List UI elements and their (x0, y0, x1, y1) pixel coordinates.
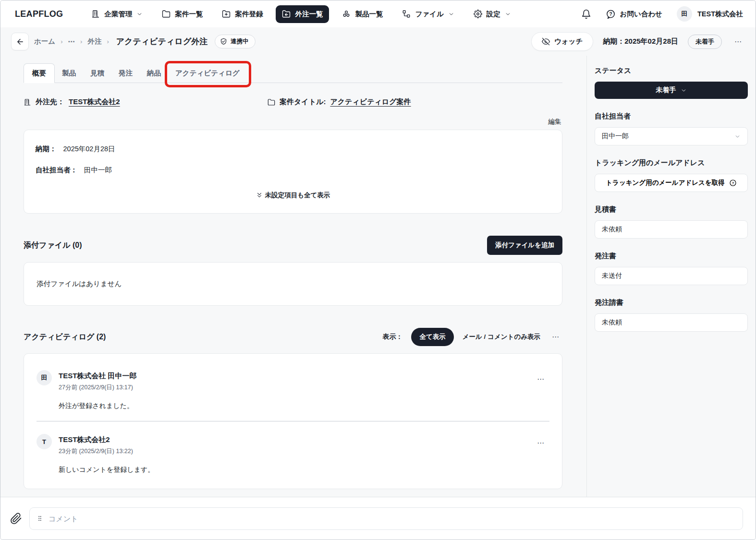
due-date-text: 納期：2025年02月28日 (603, 37, 678, 46)
chevron-down-icon (448, 11, 454, 17)
comment-input-container[interactable] (29, 507, 743, 530)
comment-input[interactable] (49, 515, 736, 523)
case-title-link[interactable]: アクティビティログ案件 (330, 97, 411, 107)
help-bubble-icon: ? (606, 9, 616, 19)
manager-section-label: 自社担当者 (595, 112, 748, 121)
header-fields-row: 外注先： TEST株式会社2 案件タイトル: アクティビティログ案件 (24, 97, 562, 107)
top-navigation: LEAPFLOG 企業管理 案件一覧 案件登録 外注一覧 製品一覧 (0, 0, 756, 27)
nav-item-files[interactable]: ファイル (396, 5, 460, 23)
entry-more-menu[interactable]: ⋯ (534, 437, 548, 449)
po-doc-value: 未送付 (602, 272, 622, 280)
folder-plus-icon (222, 10, 231, 18)
svg-text:?: ? (732, 181, 734, 185)
watch-label: ウォッチ (554, 37, 583, 46)
linked-status-label: 連携中 (231, 37, 249, 46)
nav-item-outsource-list[interactable]: 外注一覧 (276, 5, 329, 23)
quote-doc-status: 未依頼 (595, 220, 748, 239)
contact-support-button[interactable]: ? お問い合わせ (606, 9, 662, 19)
tab-delivery[interactable]: 納品 (140, 64, 168, 83)
vendor-label: 外注先： (36, 97, 64, 107)
tracking-section-label: トラッキング用のメールアドレス (595, 158, 748, 168)
case-title-field: 案件タイトル: アクティビティログ案件 (268, 97, 411, 107)
products-icon (342, 10, 351, 18)
entry-timestamp: 23分前 (2025/2/9(日) 13:22) (59, 447, 154, 456)
breadcrumb-outsource[interactable]: 外注 (87, 37, 101, 46)
back-arrow-icon (16, 37, 24, 46)
nav-item-case-list[interactable]: 案件一覧 (156, 5, 209, 23)
activity-title: アクティビティログ (2) (24, 332, 106, 342)
main-nav: 企業管理 案件一覧 案件登録 外注一覧 製品一覧 ファイル (85, 5, 517, 23)
show-all-fields-button[interactable]: 未設定項目も全て表示 (36, 191, 550, 200)
po-doc-label: 発注書 (595, 252, 748, 261)
handshake-icon (220, 38, 227, 45)
get-tracking-email-button[interactable]: トラッキング用のメールアドレスを取得 ? (595, 174, 748, 192)
page-more-menu[interactable]: ⋯ (732, 36, 745, 48)
watch-button[interactable]: ウォッチ (531, 32, 593, 51)
manager-select[interactable]: 田中一郎 (595, 127, 748, 145)
building-icon (24, 98, 31, 106)
contact-label: お問い合わせ (620, 10, 662, 19)
back-button[interactable] (11, 33, 29, 50)
notification-bell-icon[interactable] (581, 9, 591, 19)
tab-activity-log[interactable]: アクティビティログ (168, 64, 247, 83)
nav-item-label: 企業管理 (104, 10, 132, 19)
po-confirm-doc-label: 発注請書 (595, 298, 748, 307)
add-attachment-button[interactable]: 添付ファイルを追加 (487, 236, 562, 255)
app-logo: LEAPFLOG (15, 9, 63, 19)
status-dropdown-button[interactable]: 未着手 (595, 82, 748, 99)
overview-card: 納期： 2025年02月28日 自社担当者： 田中一郎 未設定項目も全て表示 (24, 130, 562, 214)
chevron-down-icon (505, 11, 511, 17)
quote-doc-value: 未依頼 (602, 225, 622, 234)
manager-label: 自社担当者： (36, 166, 77, 175)
svg-text:?: ? (609, 11, 612, 16)
nav-item-label: 設定 (487, 10, 500, 19)
edit-row: 編集 (24, 117, 561, 126)
filter-comments-only-button[interactable]: メール / コメントのみ表示 (463, 333, 540, 341)
attach-file-icon[interactable] (10, 513, 22, 525)
activity-filter-group: 表示： 全て表示 メール / コメントのみ表示 ⋯ (382, 328, 562, 346)
nav-item-company-management[interactable]: 企業管理 (85, 5, 149, 23)
case-title-label: 案件タイトル: (280, 97, 326, 107)
edit-link[interactable]: 編集 (548, 118, 561, 125)
breadcrumb-separator: › (107, 38, 109, 45)
nav-item-label: 外注一覧 (295, 10, 323, 19)
entry-author: TEST株式会社 田中一郎 (59, 370, 137, 381)
entry-timestamp: 27分前 (2025/2/9(日) 13:17) (59, 384, 137, 392)
nav-right-group: ? お問い合わせ 田 TEST株式会社 (581, 6, 743, 22)
tab-order[interactable]: 発注 (111, 64, 140, 83)
nav-item-case-register[interactable]: 案件登録 (216, 5, 269, 23)
account-menu[interactable]: 田 TEST株式会社 (677, 6, 743, 22)
eye-off-icon (542, 37, 550, 46)
breadcrumb-collapsed[interactable]: ⋯ (68, 38, 75, 46)
manager-selected-value: 田中一郎 (602, 132, 629, 141)
filter-show-all-button[interactable]: 全て表示 (411, 328, 453, 346)
breadcrumb-right-group: ウォッチ 納期：2025年02月28日 未着手 ⋯ (531, 32, 745, 51)
activity-more-menu[interactable]: ⋯ (549, 331, 562, 343)
entry-message: 外注が登録されました。 (59, 402, 137, 410)
detail-sidebar: ステータス 未着手 自社担当者 田中一郎 トラッキング用のメールアドレス トラッ… (586, 56, 756, 497)
po-confirm-doc-status: 未依頼 (595, 313, 748, 332)
due-date-label: 納期： (36, 144, 57, 154)
tab-overview[interactable]: 概要 (24, 63, 55, 83)
status-section-label: ステータス (595, 66, 748, 75)
manager-row: 自社担当者： 田中一郎 (36, 166, 550, 175)
nav-item-product-list[interactable]: 製品一覧 (336, 5, 389, 23)
tracking-button-label: トラッキング用のメールアドレスを取得 (606, 179, 724, 187)
entry-author: TEST株式会社2 (59, 434, 154, 444)
vendor-field: 外注先： TEST株式会社2 (24, 97, 268, 107)
building-icon (91, 10, 100, 18)
tab-products[interactable]: 製品 (55, 64, 83, 83)
nav-item-settings[interactable]: 設定 (467, 5, 517, 23)
status-badge: 未着手 (688, 35, 722, 49)
activity-log-card: 田 TEST株式会社 田中一郎 27分前 (2025/2/9(日) 13:17)… (24, 353, 562, 489)
breadcrumb-home[interactable]: ホーム (34, 37, 55, 46)
drag-handle-icon[interactable] (37, 515, 43, 522)
entry-more-menu[interactable]: ⋯ (534, 373, 548, 385)
tab-quote[interactable]: 見積 (83, 64, 111, 83)
app-window: LEAPFLOG 企業管理 案件一覧 案件登録 外注一覧 製品一覧 (0, 0, 756, 540)
quote-doc-label: 見積書 (595, 205, 748, 214)
question-circle-icon: ? (729, 179, 737, 187)
nav-item-label: 案件登録 (235, 10, 263, 19)
breadcrumb-separator: › (61, 38, 62, 45)
vendor-link[interactable]: TEST株式会社2 (69, 97, 120, 107)
